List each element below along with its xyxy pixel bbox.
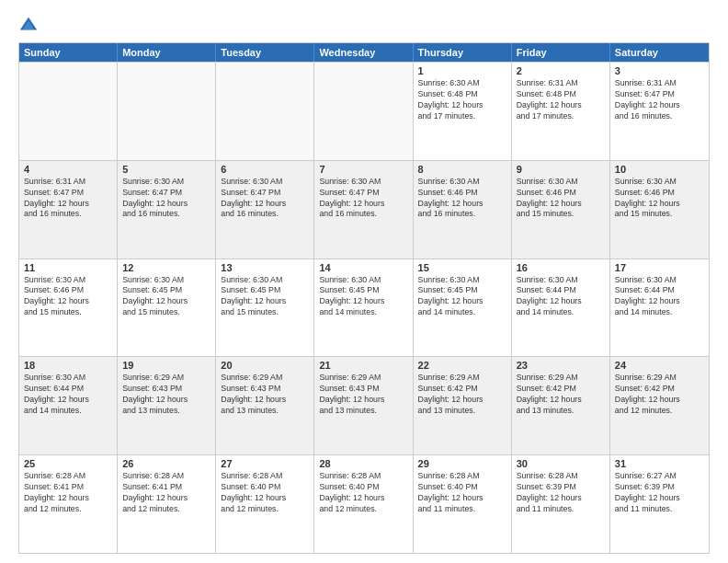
page: SundayMondayTuesdayWednesdayThursdayFrid… [0,0,728,563]
cell-text: Sunrise: 6:31 AM Sunset: 6:47 PM Dayligh… [24,177,112,221]
cal-header-friday: Friday [512,43,610,62]
cell-text: Sunrise: 6:30 AM Sunset: 6:45 PM Dayligh… [122,275,210,319]
cell-text: Sunrise: 6:30 AM Sunset: 6:47 PM Dayligh… [122,177,210,221]
cal-cell-0-4: 1Sunrise: 6:30 AM Sunset: 6:48 PM Daylig… [414,63,512,160]
logo-icon [18,15,39,35]
day-number: 4 [24,164,112,175]
day-number: 18 [24,360,112,371]
cell-text: Sunrise: 6:28 AM Sunset: 6:41 PM Dayligh… [24,471,112,515]
cal-cell-2-0: 11Sunrise: 6:30 AM Sunset: 6:46 PM Dayli… [19,259,118,357]
cell-text: Sunrise: 6:30 AM Sunset: 6:46 PM Dayligh… [24,275,112,319]
cell-text: Sunrise: 6:28 AM Sunset: 6:40 PM Dayligh… [418,471,506,515]
cal-cell-0-6: 3Sunrise: 6:31 AM Sunset: 6:47 PM Daylig… [610,63,709,160]
cell-text: Sunrise: 6:30 AM Sunset: 6:44 PM Dayligh… [517,275,605,319]
cal-cell-3-6: 24Sunrise: 6:29 AM Sunset: 6:42 PM Dayli… [610,357,709,454]
day-number: 15 [418,262,506,273]
day-number: 29 [418,458,506,469]
cal-cell-1-1: 5Sunrise: 6:30 AM Sunset: 6:47 PM Daylig… [118,161,216,259]
day-number: 23 [517,360,605,371]
cal-cell-2-1: 12Sunrise: 6:30 AM Sunset: 6:45 PM Dayli… [118,259,216,357]
cal-cell-1-4: 8Sunrise: 6:30 AM Sunset: 6:46 PM Daylig… [414,161,512,259]
day-number: 1 [418,65,506,76]
day-number: 28 [319,458,407,469]
cal-header-tuesday: Tuesday [216,43,314,62]
day-number: 6 [221,164,309,175]
cal-cell-2-2: 13Sunrise: 6:30 AM Sunset: 6:45 PM Dayli… [216,259,314,357]
cal-cell-1-3: 7Sunrise: 6:30 AM Sunset: 6:47 PM Daylig… [314,161,413,259]
cell-text: Sunrise: 6:27 AM Sunset: 6:39 PM Dayligh… [615,471,704,515]
day-number: 31 [615,458,704,469]
cell-text: Sunrise: 6:30 AM Sunset: 6:44 PM Dayligh… [24,373,112,417]
cell-text: Sunrise: 6:30 AM Sunset: 6:46 PM Dayligh… [615,177,704,221]
day-number: 30 [517,458,605,469]
day-number: 7 [319,164,407,175]
cell-text: Sunrise: 6:30 AM Sunset: 6:44 PM Dayligh… [615,275,704,319]
cal-cell-2-3: 14Sunrise: 6:30 AM Sunset: 6:45 PM Dayli… [314,259,413,357]
cell-text: Sunrise: 6:30 AM Sunset: 6:47 PM Dayligh… [319,177,407,221]
cell-text: Sunrise: 6:30 AM Sunset: 6:47 PM Dayligh… [221,177,309,221]
cal-cell-0-2 [216,63,314,160]
day-number: 5 [122,164,210,175]
day-number: 10 [615,164,704,175]
cal-cell-2-6: 17Sunrise: 6:30 AM Sunset: 6:44 PM Dayli… [610,259,709,357]
cal-cell-3-5: 23Sunrise: 6:29 AM Sunset: 6:42 PM Dayli… [512,357,610,454]
day-number: 24 [615,360,704,371]
day-number: 26 [122,458,210,469]
cal-header-sunday: Sunday [19,43,118,62]
cal-cell-2-4: 15Sunrise: 6:30 AM Sunset: 6:45 PM Dayli… [414,259,512,357]
cal-cell-1-5: 9Sunrise: 6:30 AM Sunset: 6:46 PM Daylig… [512,161,610,259]
cal-cell-4-6: 31Sunrise: 6:27 AM Sunset: 6:39 PM Dayli… [610,455,709,553]
cal-header-saturday: Saturday [610,43,709,62]
day-number: 11 [24,262,112,273]
logo [18,15,44,35]
cal-cell-4-5: 30Sunrise: 6:28 AM Sunset: 6:39 PM Dayli… [512,455,610,553]
cal-cell-0-5: 2Sunrise: 6:31 AM Sunset: 6:48 PM Daylig… [512,63,610,160]
cell-text: Sunrise: 6:31 AM Sunset: 6:48 PM Dayligh… [517,78,605,122]
cell-text: Sunrise: 6:30 AM Sunset: 6:45 PM Dayligh… [418,275,506,319]
cell-text: Sunrise: 6:30 AM Sunset: 6:48 PM Dayligh… [418,78,506,122]
cell-text: Sunrise: 6:30 AM Sunset: 6:45 PM Dayligh… [221,275,309,319]
cal-row-4: 25Sunrise: 6:28 AM Sunset: 6:41 PM Dayli… [19,454,709,553]
cell-text: Sunrise: 6:29 AM Sunset: 6:42 PM Dayligh… [517,373,605,417]
day-number: 19 [122,360,210,371]
cal-row-2: 11Sunrise: 6:30 AM Sunset: 6:46 PM Dayli… [19,259,709,357]
cal-cell-3-2: 20Sunrise: 6:29 AM Sunset: 6:43 PM Dayli… [216,357,314,454]
cal-cell-4-3: 28Sunrise: 6:28 AM Sunset: 6:40 PM Dayli… [314,455,413,553]
cal-cell-0-0 [19,63,118,160]
cal-cell-4-4: 29Sunrise: 6:28 AM Sunset: 6:40 PM Dayli… [414,455,512,553]
day-number: 25 [24,458,112,469]
cell-text: Sunrise: 6:31 AM Sunset: 6:47 PM Dayligh… [615,78,704,122]
cell-text: Sunrise: 6:29 AM Sunset: 6:42 PM Dayligh… [615,373,704,417]
calendar: SundayMondayTuesdayWednesdayThursdayFrid… [18,42,710,554]
cell-text: Sunrise: 6:29 AM Sunset: 6:43 PM Dayligh… [122,373,210,417]
cal-cell-4-1: 26Sunrise: 6:28 AM Sunset: 6:41 PM Dayli… [118,455,216,553]
header [18,15,710,35]
day-number: 9 [517,164,605,175]
cal-cell-1-2: 6Sunrise: 6:30 AM Sunset: 6:47 PM Daylig… [216,161,314,259]
cal-row-1: 4Sunrise: 6:31 AM Sunset: 6:47 PM Daylig… [19,160,709,259]
cell-text: Sunrise: 6:28 AM Sunset: 6:40 PM Dayligh… [319,471,407,515]
cal-cell-4-2: 27Sunrise: 6:28 AM Sunset: 6:40 PM Dayli… [216,455,314,553]
cal-cell-2-5: 16Sunrise: 6:30 AM Sunset: 6:44 PM Dayli… [512,259,610,357]
day-number: 2 [517,65,605,76]
day-number: 27 [221,458,309,469]
cal-cell-0-1 [118,63,216,160]
cal-cell-0-3 [314,63,413,160]
cal-cell-1-6: 10Sunrise: 6:30 AM Sunset: 6:46 PM Dayli… [610,161,709,259]
calendar-body: 1Sunrise: 6:30 AM Sunset: 6:48 PM Daylig… [19,62,709,553]
cell-text: Sunrise: 6:29 AM Sunset: 6:42 PM Dayligh… [418,373,506,417]
calendar-header-row: SundayMondayTuesdayWednesdayThursdayFrid… [19,43,709,62]
day-number: 14 [319,262,407,273]
cal-cell-1-0: 4Sunrise: 6:31 AM Sunset: 6:47 PM Daylig… [19,161,118,259]
cal-cell-3-1: 19Sunrise: 6:29 AM Sunset: 6:43 PM Dayli… [118,357,216,454]
cell-text: Sunrise: 6:29 AM Sunset: 6:43 PM Dayligh… [221,373,309,417]
cal-cell-4-0: 25Sunrise: 6:28 AM Sunset: 6:41 PM Dayli… [19,455,118,553]
day-number: 8 [418,164,506,175]
cell-text: Sunrise: 6:28 AM Sunset: 6:40 PM Dayligh… [221,471,309,515]
day-number: 16 [517,262,605,273]
day-number: 17 [615,262,704,273]
day-number: 13 [221,262,309,273]
cell-text: Sunrise: 6:30 AM Sunset: 6:45 PM Dayligh… [319,275,407,319]
day-number: 20 [221,360,309,371]
cell-text: Sunrise: 6:28 AM Sunset: 6:41 PM Dayligh… [122,471,210,515]
